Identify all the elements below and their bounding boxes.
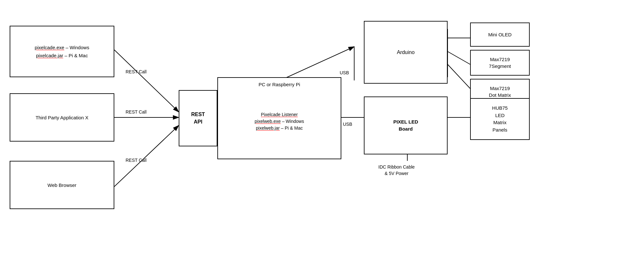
svg-line-2 [114,50,179,112]
mini-oled-label: Mini OLED [488,32,512,37]
pc-block-box: PC or Raspberry Pi Pixelcade Listener pi… [217,77,341,159]
hub75-label: HUB75LEDMatrixPanels [492,105,507,134]
hub75-box: HUB75LEDMatrixPanels [470,98,530,140]
mini-oled-box: Mini OLED [470,23,530,47]
pc-line2: pixelweb.exe – Windows [255,119,304,124]
pc-line3: pixelweb.jar – Pi & Mac [256,125,303,131]
svg-line-4 [114,125,179,187]
max7219-7seg-label: Max72197Segment [489,56,511,69]
pc-header: PC or Raspberry Pi [218,78,341,87]
rest-api-label: RESTAPI [191,111,205,125]
diagram-container: pixelcade.exe – Windows pixelcade.jar – … [0,0,644,267]
usb-pixel-label: USB [343,122,352,127]
third-party-label: Third Party Application X [35,115,88,120]
max7219-dot-label: Max7219Dot Matrix [489,85,511,98]
idc-ribbon-label: IDC Ribbon Cable& 5V Power [378,164,415,177]
rest-api-box: RESTAPI [179,90,217,146]
svg-line-11 [448,64,470,88]
rest-call-top-label: REST Call [126,69,147,74]
web-browser-label: Web Browser [48,182,77,188]
web-browser-box: Web Browser [10,161,114,209]
usb-arduino-label: USB [340,70,349,75]
svg-line-5 [280,47,354,80]
pixelcade-line1: pixelcade.exe – Windows [35,45,89,50]
svg-line-10 [448,51,470,64]
pixel-led-box: PIXEL LEDBoard [364,97,448,154]
pixelcade-box: pixelcade.exe – Windows pixelcade.jar – … [10,26,114,77]
max7219-7seg-box: Max72197Segment [470,50,530,76]
arduino-box: Arduino [364,21,448,84]
rest-call-bot-label: REST Call [126,158,147,163]
rest-call-mid-label: REST Call [126,109,147,115]
pixel-led-label: PIXEL LEDBoard [393,118,418,133]
pixelcade-line2: pixelcade.jar – Pi & Mac [36,53,88,58]
third-party-box: Third Party Application X [10,93,114,142]
arduino-label: Arduino [397,50,414,55]
pc-line1: Pixelcade Listener [261,112,298,117]
